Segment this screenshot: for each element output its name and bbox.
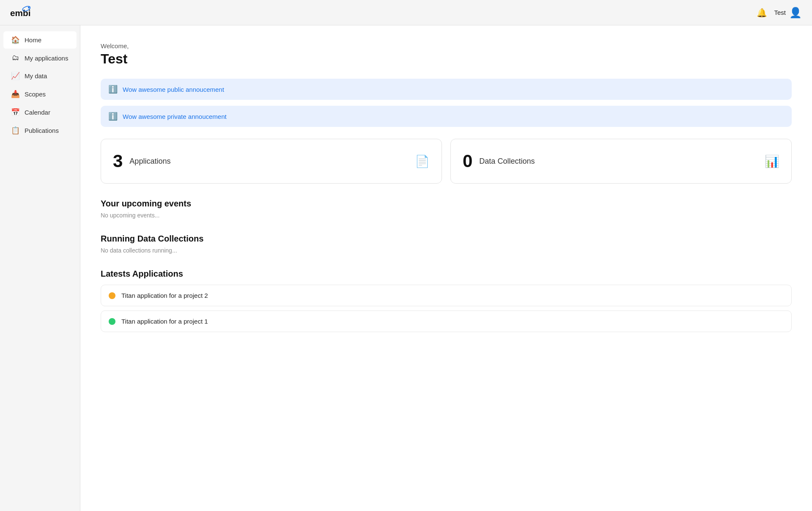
announcement-private: ℹ️ Wow awesome private annoucement: [101, 106, 792, 127]
announcement-public-icon: ℹ️: [108, 85, 118, 94]
app-name-1: Titan application for a project 1: [121, 318, 208, 325]
main-content: Welcome, Test ℹ️ Wow awesome public anno…: [80, 25, 812, 511]
user-area[interactable]: Test 👤: [774, 7, 802, 19]
announcement-private-icon: ℹ️: [108, 112, 118, 121]
stat-number-data-collections: 0: [463, 151, 472, 171]
upcoming-events-empty: No upcoming events...: [101, 212, 792, 219]
applications-stat-icon: 📄: [415, 154, 430, 168]
sidebar-label-scopes: Scopes: [25, 91, 46, 98]
sidebar-item-home[interactable]: 🏠 Home: [3, 31, 77, 49]
home-icon: 🏠: [11, 36, 19, 44]
sidebar-label-home: Home: [25, 36, 41, 44]
stat-cards: 3 Applications 📄 0 Data Collections 📊: [101, 139, 792, 184]
stat-left-applications: 3 Applications: [113, 151, 170, 171]
sidebar-label-my-applications: My applications: [25, 55, 68, 62]
stat-number-applications: 3: [113, 151, 123, 171]
logo-icon: embion: [10, 4, 30, 21]
layout: 🏠 Home 🗂 My applications 📈 My data 📥 Sco…: [0, 25, 812, 511]
scopes-icon: 📥: [11, 90, 19, 99]
stat-card-applications[interactable]: 3 Applications 📄: [101, 139, 442, 184]
sidebar-item-my-data[interactable]: 📈 My data: [3, 67, 77, 85]
sidebar-label-my-data: My data: [25, 72, 47, 80]
topnav: embion 🔔 Test 👤: [0, 0, 812, 25]
my-data-icon: 📈: [11, 71, 19, 80]
sidebar-label-calendar: Calendar: [25, 109, 50, 116]
running-collections-title: Running Data Collections: [101, 234, 792, 244]
welcome-name: Test: [101, 51, 792, 67]
app-status-dot-1: [109, 318, 115, 325]
app-item-1[interactable]: Titan application for a project 1: [101, 310, 792, 332]
app-name-0: Titan application for a project 2: [121, 292, 208, 299]
logo[interactable]: embion: [10, 4, 30, 21]
topnav-right: 🔔 Test 👤: [757, 7, 802, 19]
sidebar-item-scopes[interactable]: 📥 Scopes: [3, 85, 77, 103]
data-collections-stat-icon: 📊: [765, 154, 779, 168]
publications-icon: 📋: [11, 126, 19, 135]
announcement-private-text: Wow awesome private annoucement: [123, 113, 227, 120]
bell-icon[interactable]: 🔔: [757, 8, 767, 18]
sidebar-item-my-applications[interactable]: 🗂 My applications: [3, 49, 77, 66]
upcoming-events-title: Your upcoming events: [101, 199, 792, 209]
announcement-public-text: Wow awesome public annoucement: [123, 86, 224, 93]
app-item-0[interactable]: Titan application for a project 2: [101, 285, 792, 306]
calendar-icon: 📅: [11, 108, 19, 117]
stat-card-data-collections[interactable]: 0 Data Collections 📊: [450, 139, 792, 184]
section-running-collections: Running Data Collections No data collect…: [101, 234, 792, 254]
stat-label-data-collections: Data Collections: [479, 157, 535, 166]
user-name: Test: [774, 9, 786, 16]
sidebar-label-publications: Publications: [25, 127, 59, 134]
sidebar-item-calendar[interactable]: 📅 Calendar: [3, 104, 77, 121]
section-latest-applications: Latests Applications Titan application f…: [101, 269, 792, 332]
announcement-public: ℹ️ Wow awesome public annoucement: [101, 79, 792, 100]
stat-label-applications: Applications: [129, 157, 170, 166]
svg-point-2: [28, 7, 30, 8]
my-applications-icon: 🗂: [11, 54, 19, 62]
latest-applications-title: Latests Applications: [101, 269, 792, 279]
running-collections-empty: No data collections running...: [101, 247, 792, 254]
app-status-dot-0: [109, 292, 115, 299]
sidebar: 🏠 Home 🗂 My applications 📈 My data 📥 Sco…: [0, 25, 80, 511]
welcome-sub: Welcome,: [101, 42, 792, 49]
section-upcoming-events: Your upcoming events No upcoming events.…: [101, 199, 792, 219]
sidebar-item-publications[interactable]: 📋 Publications: [3, 122, 77, 139]
stat-left-data-collections: 0 Data Collections: [463, 151, 535, 171]
user-avatar-icon: 👤: [789, 7, 802, 19]
app-list: Titan application for a project 2 Titan …: [101, 285, 792, 332]
svg-text:embion: embion: [10, 8, 30, 18]
